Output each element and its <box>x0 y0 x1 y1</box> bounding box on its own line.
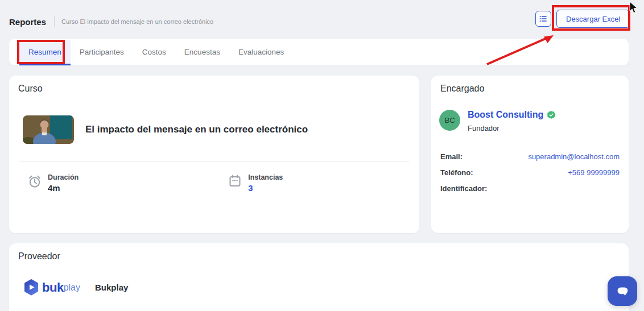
field-telefono-value[interactable]: +569 99999999 <box>568 167 620 178</box>
calendar-icon <box>228 173 242 189</box>
alarm-clock-icon <box>27 173 42 189</box>
tab-costos[interactable]: Costos <box>133 40 175 65</box>
bukplay-logo-buk: buk <box>42 280 64 295</box>
profile-name[interactable]: Boost Consulting <box>468 110 543 120</box>
reports-page: Reportes Curso El impacto del mensaje en… <box>0 0 644 311</box>
breadcrumb: Curso El impacto del mensaje en un corre… <box>61 18 213 25</box>
profile-name-row[interactable]: Boost Consulting <box>468 110 555 120</box>
curso-card-title: Curso <box>18 84 43 94</box>
curso-card: Curso El impacto del mensaje en un corre… <box>9 76 419 233</box>
stat-duracion: Duración 4m <box>27 173 79 193</box>
encargado-card-title: Encargado <box>440 84 484 94</box>
contact-fields: Email: superadmin@localhost.com Teléfono… <box>440 151 620 194</box>
stat-instancias-value[interactable]: 3 <box>248 183 283 193</box>
bukplay-logo: bukplay <box>23 279 80 296</box>
field-email: Email: superadmin@localhost.com <box>440 151 620 162</box>
page-title: Reportes <box>9 17 46 27</box>
avatar: BC <box>439 110 460 131</box>
encargado-card: Encargado BC Boost Consulting Fundador E… <box>431 76 629 233</box>
profile: BC Boost Consulting Fundador <box>439 110 555 132</box>
field-telefono-label: Teléfono: <box>440 167 473 178</box>
field-identificador: Identificador: <box>440 183 620 194</box>
list-icon <box>538 14 548 24</box>
provider-row: bukplay Bukplay <box>23 279 128 296</box>
chat-launcher-button[interactable] <box>608 276 637 306</box>
provider-name: Bukplay <box>95 283 128 292</box>
descargar-excel-button[interactable]: Descargar Excel <box>556 10 630 28</box>
field-email-value[interactable]: superadmin@localhost.com <box>528 151 620 162</box>
chat-bubble-icon <box>614 283 631 300</box>
field-telefono: Teléfono: +569 99999999 <box>440 167 620 178</box>
mouse-cursor <box>629 2 638 14</box>
tab-encuestas[interactable]: Encuestas <box>175 40 229 65</box>
proveedor-card-title: Proveedor <box>18 251 60 262</box>
verified-badge-icon <box>547 111 555 119</box>
bukplay-play-icon <box>23 279 40 296</box>
tab-evaluaciones[interactable]: Evaluaciones <box>229 40 293 65</box>
tab-resumen[interactable]: Resumen <box>19 40 71 65</box>
header-divider <box>54 16 55 27</box>
proveedor-card: Proveedor bukplay Bukplay <box>9 243 629 311</box>
course-title: El impacto del mensaje en un correo elec… <box>85 115 308 144</box>
tab-participantes[interactable]: Participantes <box>71 40 133 65</box>
field-identificador-label: Identificador: <box>440 183 487 194</box>
stat-instancias: Instancias 3 <box>228 173 283 193</box>
course-stats: Duración 4m Instancias 3 <box>27 173 403 193</box>
profile-role: Fundador <box>468 124 555 132</box>
bukplay-logo-play: play <box>64 283 80 293</box>
stat-duracion-value: 4m <box>48 183 79 193</box>
list-view-button[interactable] <box>535 11 551 27</box>
course-thumbnail-image <box>23 115 74 144</box>
course-thumbnail <box>23 115 74 144</box>
field-email-label: Email: <box>440 151 463 162</box>
stat-duracion-label: Duración <box>48 173 79 181</box>
tab-bar: Resumen Participantes Costos Encuestas E… <box>9 39 629 65</box>
curso-divider <box>19 161 409 161</box>
stat-instancias-label: Instancias <box>248 173 283 181</box>
